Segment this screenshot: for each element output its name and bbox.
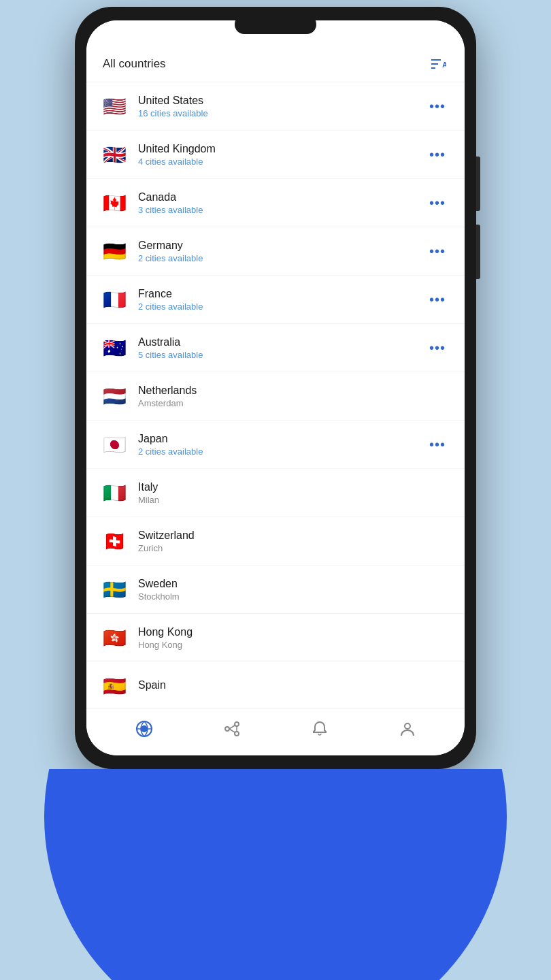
country-name-gb: United Kingdom (138, 143, 424, 155)
country-name-ch: Switzerland (138, 529, 451, 542)
country-item-au[interactable]: 🇦🇺Australia5 cities available••• (86, 324, 465, 372)
country-item-ch[interactable]: 🇨🇭SwitzerlandZurich (86, 517, 465, 566)
more-button-au[interactable]: ••• (424, 338, 451, 359)
country-sub-fr: 2 cities available (138, 301, 424, 312)
more-button-ca[interactable]: ••• (424, 193, 451, 214)
more-button-jp[interactable]: ••• (424, 434, 451, 455)
country-sub-hk: Hong Kong (138, 640, 451, 650)
country-sub-au: 5 cities available (138, 350, 424, 360)
country-sub-jp: 2 cities available (138, 446, 424, 457)
country-name-de: Germany (138, 240, 424, 252)
country-sub-se: Stockholm (138, 591, 451, 602)
person-icon (398, 719, 417, 738)
country-item-de[interactable]: 🇩🇪Germany2 cities available••• (86, 227, 465, 276)
flag-jp: 🇯🇵 (100, 430, 129, 459)
vpn-lock-icon (135, 719, 154, 738)
svg-point-14 (405, 723, 410, 729)
nav-notifications[interactable] (299, 712, 340, 746)
more-button-us[interactable]: ••• (424, 96, 451, 117)
flag-hk: 🇭🇰 (100, 623, 129, 652)
meshnet-icon (222, 719, 241, 738)
country-name-ca: Canada (138, 191, 424, 203)
country-name-au: Australia (138, 336, 424, 348)
flag-de: 🇩🇪 (100, 237, 129, 265)
country-sub-it: Milan (138, 495, 451, 505)
bottom-nav (86, 708, 465, 755)
svg-point-8 (225, 727, 229, 731)
flag-ca: 🇨🇦 (100, 189, 129, 217)
country-name-nl: Netherlands (138, 385, 451, 397)
country-item-ca[interactable]: 🇨🇦Canada3 cities available••• (86, 179, 465, 227)
country-sub-ca: 3 cities available (138, 205, 424, 215)
svg-line-12 (229, 729, 235, 732)
nav-account[interactable] (387, 712, 428, 746)
country-sub-de: 2 cities available (138, 253, 424, 263)
sort-icon[interactable]: A (429, 54, 448, 74)
flag-gb: 🇬🇧 (100, 140, 129, 169)
country-name-it: Italy (138, 481, 451, 493)
flag-us: 🇺🇸 (100, 92, 129, 120)
svg-line-11 (229, 725, 235, 729)
nav-vpn[interactable] (124, 712, 165, 746)
more-button-fr[interactable]: ••• (424, 289, 451, 310)
flag-au: 🇦🇺 (100, 333, 129, 362)
country-sub-ch: Zurich (138, 543, 451, 553)
flag-se: 🇸🇪 (100, 575, 129, 604)
country-item-jp[interactable]: 🇯🇵Japan2 cities available••• (86, 421, 465, 469)
country-item-fr[interactable]: 🇫🇷France2 cities available••• (86, 276, 465, 324)
more-button-gb[interactable]: ••• (424, 144, 451, 165)
country-item-es[interactable]: 🇪🇸Spain (86, 662, 465, 708)
country-name-se: Sweden (138, 578, 451, 590)
page-title: All countries (103, 57, 166, 71)
header: All countries A (86, 20, 465, 82)
svg-point-10 (235, 732, 239, 736)
volume-down-button[interactable] (476, 225, 480, 279)
more-button-de[interactable]: ••• (424, 241, 451, 262)
country-item-us[interactable]: 🇺🇸United States16 cities available••• (86, 82, 465, 131)
country-sub-nl: Amsterdam (138, 398, 451, 408)
flag-es: 🇪🇸 (100, 672, 129, 700)
country-name-fr: France (138, 288, 424, 300)
country-name-hk: Hong Kong (138, 626, 451, 638)
phone-screen: All countries A 🇺🇸United States16 cities… (86, 20, 465, 755)
country-item-se[interactable]: 🇸🇪SwedenStockholm (86, 566, 465, 614)
flag-nl: 🇳🇱 (100, 382, 129, 410)
flag-ch: 🇨🇭 (100, 527, 129, 555)
country-name-jp: Japan (138, 433, 424, 445)
promo-section: 5,200+ serversin 60 countries (0, 769, 551, 980)
country-list: 🇺🇸United States16 cities available•••🇬🇧U… (86, 82, 465, 708)
country-name-us: United States (138, 95, 424, 107)
country-item-it[interactable]: 🇮🇹ItalyMilan (86, 469, 465, 517)
bell-icon (310, 719, 329, 738)
country-name-es: Spain (138, 679, 451, 691)
svg-text:A: A (442, 61, 446, 69)
country-item-gb[interactable]: 🇬🇧United Kingdom4 cities available••• (86, 131, 465, 179)
country-item-nl[interactable]: 🇳🇱NetherlandsAmsterdam (86, 372, 465, 421)
svg-rect-7 (142, 728, 146, 732)
flag-fr: 🇫🇷 (100, 285, 129, 314)
phone-shell: All countries A 🇺🇸United States16 cities… (75, 7, 476, 769)
nav-meshnet[interactable] (212, 712, 252, 746)
country-sub-gb: 4 cities available (138, 157, 424, 167)
country-sub-us: 16 cities available (138, 108, 424, 118)
svg-point-9 (235, 722, 239, 726)
volume-up-button[interactable] (476, 157, 480, 211)
country-item-hk[interactable]: 🇭🇰Hong KongHong Kong (86, 614, 465, 662)
blue-circle: 5,200+ serversin 60 countries (44, 769, 507, 980)
flag-it: 🇮🇹 (100, 478, 129, 507)
